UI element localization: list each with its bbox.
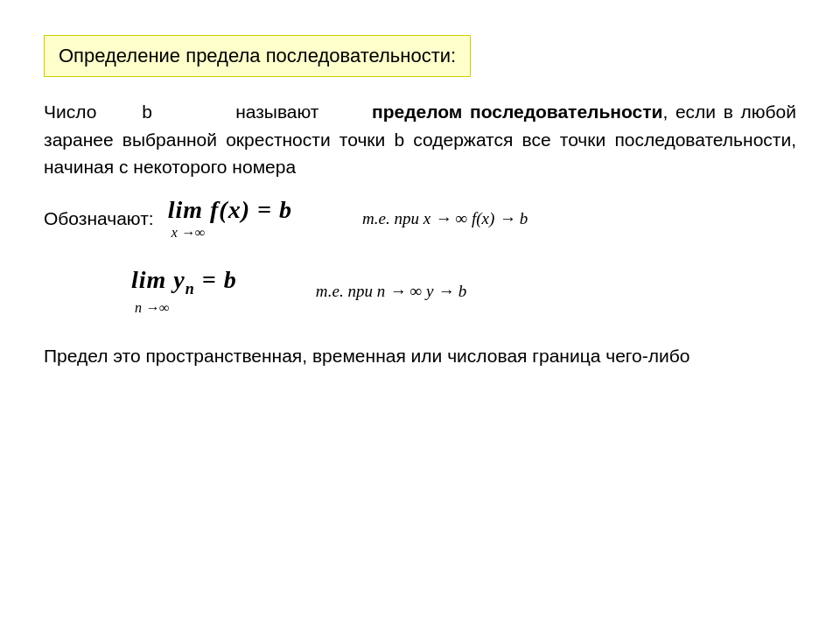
page-container: Определение предела последовательности: …: [18, 18, 822, 612]
formula1-sub: x →∞: [172, 225, 206, 241]
title-box: Определение предела последовательности:: [44, 35, 471, 77]
formula2-sub: n →∞: [135, 300, 169, 316]
second-formula-row: lim yn = b n →∞ т.е. при n → ∞ y → b: [131, 267, 796, 315]
notation-row: Обозначают: lim f(x) = b x →∞ т.е. при x…: [44, 197, 796, 242]
ie1-text: т.е. при x → ∞ f(x) → b: [362, 209, 528, 228]
ie2-text: т.е. при n → ∞ y → b: [316, 282, 467, 301]
title-text: Определение предела последовательности:: [59, 45, 456, 66]
formula2-block: lim yn = b n →∞: [131, 267, 237, 315]
main-paragraph: Число b называют пределом последовательн…: [44, 98, 796, 181]
notation-label: Обозначают:: [44, 208, 154, 229]
bottom-text: Предел это пространственная, временная и…: [44, 342, 796, 370]
formula2-main: lim yn = b: [131, 267, 237, 298]
formula1-main: lim f(x) = b: [168, 197, 292, 224]
formula1-block: lim f(x) = b x →∞: [168, 197, 292, 242]
